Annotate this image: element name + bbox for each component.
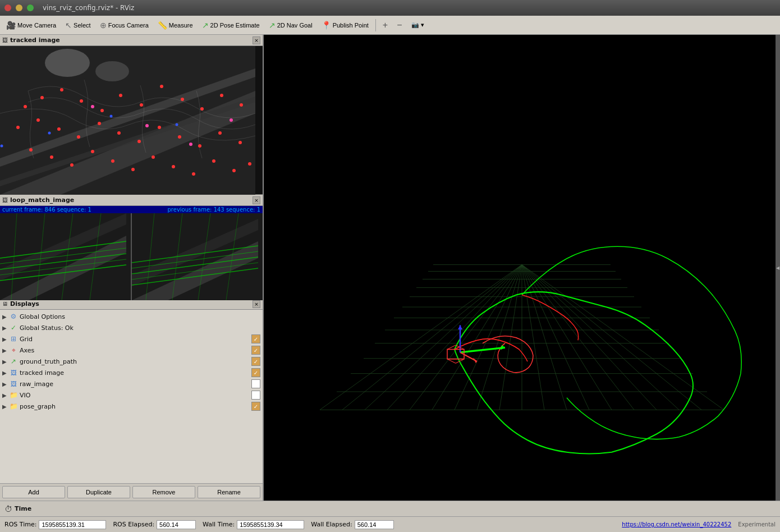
svg-point-8	[100, 109, 104, 112]
move-camera-button[interactable]: 🎥 Move Camera	[2, 19, 60, 32]
move-camera-label: Move Camera	[17, 22, 56, 29]
ros-elapsed-input[interactable]	[157, 520, 196, 529]
time-label: Time	[15, 505, 31, 512]
raw-image-label: raw_image	[20, 380, 251, 388]
window-title: vins_rviz_config.rviz* - RViz	[43, 4, 134, 12]
display-item-tracked-image[interactable]: ▶ 🖼 tracked image ✓	[0, 367, 263, 378]
displays-content[interactable]: ▶ ⚙ Global Options ▶ ✓ Global Status: Ok…	[0, 310, 263, 483]
svg-point-38	[232, 169, 236, 172]
add-icon: +	[383, 20, 388, 30]
global-status-expand[interactable]: ▶	[2, 325, 9, 331]
duplicate-display-button[interactable]: Duplicate	[67, 486, 130, 498]
svg-point-47	[230, 118, 233, 122]
publish-icon: 📍	[322, 21, 331, 30]
raw-image-checkbox[interactable]	[251, 379, 260, 388]
wall-elapsed-input[interactable]	[355, 520, 394, 529]
camera-extra-button[interactable]: 📷 ▾	[407, 19, 428, 31]
loop-match-right-image	[132, 213, 263, 300]
publish-point-button[interactable]: 📍 Publish Point	[318, 19, 373, 32]
2d-pose-button[interactable]: ↗ 2D Pose Estimate	[198, 19, 264, 32]
display-item-grid[interactable]: ▶ ⊞ Grid ✓	[0, 333, 263, 345]
svg-point-44	[91, 105, 94, 108]
svg-point-35	[172, 165, 175, 168]
ground-truth-icon: ↗	[9, 357, 18, 366]
wall-time-input[interactable]	[237, 520, 304, 529]
select-button[interactable]: ↖ Select	[61, 19, 95, 32]
grid-expand[interactable]: ▶	[2, 336, 9, 342]
svg-point-33	[131, 168, 135, 171]
svg-point-18	[57, 127, 61, 131]
global-options-icon: ⚙	[9, 312, 18, 321]
axes-checkbox[interactable]: ✓	[251, 346, 260, 355]
display-item-global-status[interactable]: ▶ ✓ Global Status: Ok	[0, 322, 263, 333]
2d-nav-button[interactable]: ↗ 2D Nav Goal	[265, 19, 316, 32]
3d-view[interactable]	[264, 35, 780, 501]
wall-elapsed-field: Wall Elapsed:	[311, 520, 393, 529]
vio-checkbox[interactable]	[251, 391, 260, 400]
svg-point-43	[176, 123, 178, 126]
svg-point-31	[91, 150, 94, 153]
global-status-label: Global Status: Ok	[20, 324, 260, 332]
svg-point-41	[110, 115, 113, 118]
display-item-vio[interactable]: ▶ 📁 VIO	[0, 389, 263, 401]
measure-button[interactable]: 📏 Measure	[154, 19, 197, 32]
toolbar: 🎥 Move Camera ↖ Select ⊕ Focus Camera 📏 …	[0, 16, 780, 35]
svg-point-27	[238, 141, 242, 144]
tracked-image-title: tracked image	[10, 36, 253, 44]
svg-point-13	[200, 107, 204, 111]
ros-time-input[interactable]	[39, 520, 106, 529]
loop-match-panel: 🖼 loop_match_image × current frame: 846 …	[0, 195, 263, 299]
ground-truth-expand[interactable]: ▶	[2, 359, 9, 365]
pose-graph-icon: 📁	[9, 402, 18, 411]
axes-expand[interactable]: ▶	[2, 347, 9, 354]
pose-graph-label: pose_graph	[20, 403, 251, 410]
display-item-axes[interactable]: ▶ ⌖ Axes ✓	[0, 345, 263, 356]
close-window-button[interactable]	[4, 4, 11, 11]
remove-extra-button[interactable]: −	[393, 18, 406, 33]
maximize-window-button[interactable]	[27, 4, 34, 11]
ros-time-field: ROS Time:	[4, 520, 106, 529]
pose-graph-checkbox[interactable]: ✓	[251, 402, 260, 411]
svg-point-17	[36, 118, 40, 122]
loop-left-svg	[0, 213, 126, 300]
wall-elapsed-label: Wall Elapsed:	[311, 521, 352, 528]
tracked-image-checkbox[interactable]: ✓	[251, 368, 260, 377]
display-item-ground-truth-path[interactable]: ▶ ↗ ground_truth_path ✓	[0, 356, 263, 367]
minimize-window-button[interactable]	[16, 4, 22, 11]
loop-match-current-frame: current frame: 846 sequence: 1	[2, 207, 91, 213]
rename-display-button[interactable]: Rename	[198, 486, 260, 498]
grid-checkbox[interactable]: ✓	[251, 334, 260, 343]
svg-point-4	[24, 105, 27, 108]
status-url[interactable]: https://blog.csdn.net/weixin_40222452	[622, 521, 731, 528]
move-camera-icon: 🎥	[6, 21, 16, 30]
3d-view-resize-handle[interactable]	[776, 35, 780, 501]
raw-image-expand[interactable]: ▶	[2, 381, 9, 387]
axes-label: Axes	[20, 347, 251, 354]
svg-point-19	[77, 135, 80, 139]
focus-camera-button[interactable]: ⊕ Focus Camera	[96, 19, 153, 32]
svg-point-45	[145, 124, 149, 127]
displays-close-button[interactable]: ×	[253, 300, 260, 308]
remove-display-button[interactable]: Remove	[132, 486, 195, 498]
3d-scene[interactable]	[264, 35, 780, 501]
loop-match-close-button[interactable]: ×	[253, 196, 260, 204]
svg-point-40	[48, 132, 51, 135]
status-bar: ROS Time: ROS Elapsed: Wall Time: Wall E…	[0, 516, 780, 532]
focus-camera-label: Focus Camera	[108, 22, 149, 29]
vio-expand[interactable]: ▶	[2, 392, 9, 398]
tracked-image-close-button[interactable]: ×	[253, 36, 260, 44]
title-bar: vins_rviz_config.rviz* - RViz	[0, 0, 780, 16]
display-item-raw-image[interactable]: ▶ 🖼 raw_image	[0, 378, 263, 389]
display-item-global-options[interactable]: ▶ ⚙ Global Options	[0, 311, 263, 322]
add-display-button[interactable]: Add	[2, 486, 65, 498]
pose-graph-expand[interactable]: ▶	[2, 403, 9, 410]
wall-time-label: Wall Time:	[203, 521, 235, 528]
display-item-pose-graph[interactable]: ▶ 📁 pose_graph ✓	[0, 401, 263, 412]
loop-match-images	[0, 213, 263, 300]
select-icon: ↖	[65, 21, 72, 30]
global-options-expand[interactable]: ▶	[2, 314, 9, 320]
add-extra-button[interactable]: +	[379, 18, 392, 33]
tracked-image-expand[interactable]: ▶	[2, 370, 9, 376]
svg-point-32	[111, 159, 114, 163]
ground-truth-checkbox[interactable]: ✓	[251, 357, 260, 366]
